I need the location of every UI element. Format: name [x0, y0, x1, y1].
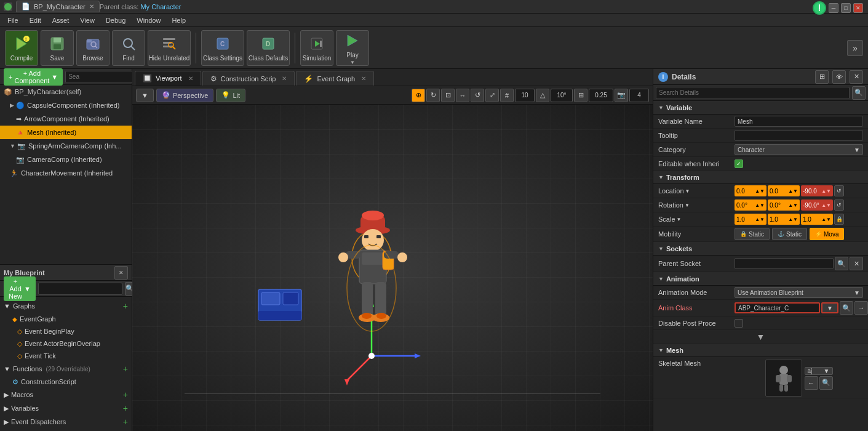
angle-icon[interactable]: △: [536, 89, 549, 102]
graphs-add-icon[interactable]: +: [123, 301, 128, 311]
anim-class-navigate-icon[interactable]: →: [854, 301, 868, 315]
tooltip-input[interactable]: [735, 130, 863, 141]
tab-eventgraph[interactable]: ⚡ Event Graph ✕: [296, 71, 374, 86]
anim-mode-dropdown[interactable]: Use Animation Blueprint ▼: [735, 287, 863, 298]
camera-speed-input[interactable]: [629, 89, 649, 102]
animation-section-header[interactable]: ▼ Animation: [653, 272, 868, 286]
parent-class-value[interactable]: My Character: [140, 3, 181, 10]
bp-item-actoroverlap[interactable]: ◇ Event ActorBeginOverlap: [0, 337, 132, 350]
titlebar-tab[interactable]: 📄 BP_MyCharacter ✕: [16, 1, 100, 12]
tab-viewport[interactable]: 🔲 Viewport ✕: [135, 71, 201, 86]
construction-tab-close-icon[interactable]: ✕: [282, 75, 287, 82]
grid-value-input[interactable]: [515, 89, 535, 102]
menu-window[interactable]: Window: [132, 15, 165, 25]
mobility-static-2[interactable]: ⚓ Static: [772, 228, 807, 240]
rotation-z-field[interactable]: -90.0° ▲▼: [801, 199, 833, 211]
maximize-button[interactable]: □: [841, 3, 851, 13]
location-reset-icon[interactable]: ↺: [834, 185, 844, 196]
scale-value-input[interactable]: [589, 89, 613, 102]
viewport-tab-close-icon[interactable]: ✕: [188, 75, 193, 82]
simulation-button[interactable]: Simulation: [300, 30, 333, 66]
viewport-dropdown-button[interactable]: ▼: [136, 89, 154, 102]
tree-item-mesh[interactable]: 🔺 Mesh (Inherited): [0, 126, 132, 139]
tree-item-springarm[interactable]: ▼ 📷 SpringArmCameraComp (Inh...: [0, 139, 132, 153]
camera-settings-icon[interactable]: 📷: [615, 89, 628, 102]
details-close-icon[interactable]: ✕: [850, 70, 863, 84]
bp-functions-header[interactable]: ▼ Functions (29 Overridable) +: [0, 362, 132, 376]
perspective-button[interactable]: 🔮 Perspective: [156, 89, 213, 102]
move-tool-icon[interactable]: ⊕: [412, 89, 425, 102]
rotation-x-field[interactable]: 0.0° ▲▼: [735, 199, 766, 211]
tree-item-bpmycharacter[interactable]: 📦 BP_MyCharacter(self): [0, 85, 132, 99]
scale-tool-icon[interactable]: ⊞: [574, 89, 587, 102]
functions-add-icon[interactable]: +: [123, 364, 128, 374]
menu-file[interactable]: File: [2, 15, 23, 25]
mesh-navigate-left-icon[interactable]: ←: [805, 376, 818, 390]
search-details-icon[interactable]: 🔍: [852, 86, 866, 100]
orbit-icon[interactable]: ↻: [426, 89, 440, 102]
tree-item-camera[interactable]: 📷 CameraComp (Inherited): [0, 153, 132, 166]
details-scroll[interactable]: ▼ Variable Variable Name Tooltip Categor…: [653, 101, 868, 431]
tree-item-capsule[interactable]: ▶ 🔵 CapsuleComponent (Inherited): [0, 99, 132, 112]
tab-close-icon[interactable]: ✕: [89, 3, 94, 10]
grid-icon[interactable]: #: [500, 89, 514, 102]
viewport[interactable]: [132, 105, 653, 431]
menu-help[interactable]: Help: [167, 15, 191, 25]
rotation-y-field[interactable]: 0.0° ▲▼: [768, 199, 800, 211]
tree-item-charmovement[interactable]: 🏃 CharacterMovement (Inherited: [0, 166, 132, 180]
bp-item-beginplay[interactable]: ◇ Event BeginPlay: [0, 325, 132, 337]
location-y-field[interactable]: 0.0 ▲▼: [768, 185, 800, 196]
menu-view[interactable]: View: [75, 15, 100, 25]
mesh-search-icon[interactable]: 🔍: [819, 376, 833, 390]
rotate-icon[interactable]: ↺: [471, 89, 484, 102]
toolbar-expand-icon[interactable]: »: [847, 40, 863, 56]
mesh-name-dropdown[interactable]: aj ▼: [805, 367, 833, 375]
dispatchers-add-icon[interactable]: +: [123, 417, 128, 427]
expand-row[interactable]: ▼: [653, 330, 868, 344]
location-z-field[interactable]: -90.0 ▲▼: [801, 185, 833, 196]
close-button[interactable]: ✕: [853, 3, 863, 13]
details-grid-icon[interactable]: ⊞: [815, 70, 829, 84]
bp-item-eventgraph[interactable]: ◆ EventGraph: [0, 313, 132, 325]
translate-icon[interactable]: ↔: [456, 89, 469, 102]
editable-checkbox[interactable]: ✓: [735, 159, 743, 168]
parent-socket-search-icon[interactable]: 🔍: [835, 257, 848, 270]
minimize-button[interactable]: ─: [829, 3, 838, 13]
save-button[interactable]: Save: [41, 30, 74, 66]
anim-class-search-icon[interactable]: 🔍: [840, 301, 853, 315]
tab-construction[interactable]: ⚙ Construction Scrip ✕: [202, 71, 295, 86]
parent-socket-clear-icon[interactable]: ✕: [850, 257, 863, 270]
scale-icon[interactable]: ⤢: [485, 89, 499, 102]
class-defaults-button[interactable]: D Class Defaults: [247, 30, 290, 66]
rotation-reset-icon[interactable]: ↺: [834, 199, 844, 211]
disable-post-checkbox[interactable]: [735, 319, 743, 328]
variable-section-header[interactable]: ▼ Variable: [653, 101, 868, 115]
macros-add-icon[interactable]: +: [123, 390, 128, 400]
find-button[interactable]: Find: [112, 30, 145, 66]
menu-asset[interactable]: Asset: [47, 15, 74, 25]
bp-macros-header[interactable]: ▶ Macros +: [0, 388, 132, 401]
lit-button[interactable]: 💡 Lit: [216, 89, 245, 102]
category-dropdown[interactable]: Character ▼: [735, 144, 863, 155]
details-eye-icon[interactable]: 👁: [832, 70, 846, 84]
add-component-button[interactable]: + + Add Component ▼: [4, 68, 63, 86]
mobility-movable[interactable]: ⚡ Mova: [810, 228, 844, 240]
class-settings-button[interactable]: C Class Settings: [201, 30, 244, 66]
eventgraph-tab-close-icon[interactable]: ✕: [361, 75, 366, 82]
transform-section-header[interactable]: ▼ Transform: [653, 171, 868, 184]
angle-value-input[interactable]: [551, 89, 573, 102]
blueprint-search-input[interactable]: [38, 283, 122, 295]
add-new-button[interactable]: + Add New ▼: [4, 276, 36, 301]
hide-unrelated-button[interactable]: Hide Unrelated: [148, 30, 191, 66]
sockets-section-header[interactable]: ▼ Sockets: [653, 242, 868, 256]
blueprint-close-icon[interactable]: ✕: [114, 266, 128, 280]
variable-name-input[interactable]: [735, 116, 863, 127]
bp-item-tick[interactable]: ◇ Event Tick: [0, 350, 132, 362]
search-details-input[interactable]: [656, 87, 850, 99]
tree-item-arrow[interactable]: ➡ ArrowComponent (Inherited): [0, 112, 132, 126]
mesh-section-header[interactable]: ▼ Mesh: [653, 344, 868, 357]
scale-z-field[interactable]: 1.0 ▲▼: [801, 214, 833, 225]
bp-variables-header[interactable]: ▶ Variables +: [0, 401, 132, 415]
compile-button[interactable]: ! Compile: [5, 30, 38, 66]
bp-graphs-header[interactable]: ▼ Graphs +: [0, 299, 132, 313]
